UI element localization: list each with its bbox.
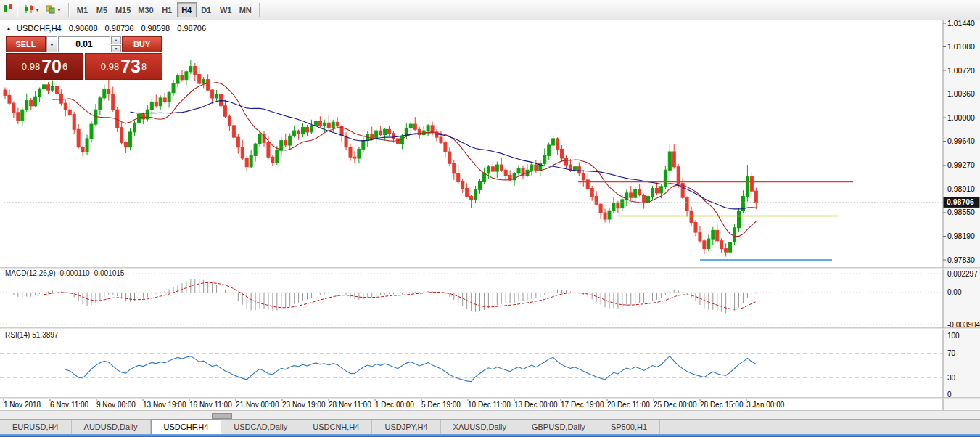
candle-body (17, 113, 20, 121)
price-badge-text: 0.98706 (947, 197, 974, 206)
timeframe-button-M5[interactable]: M5 (92, 2, 112, 17)
chart-tab-USDCNH,H4[interactable]: USDCNH,H4 (300, 420, 372, 434)
candle-body (168, 93, 170, 102)
ohlc-open: 0.98608 (69, 24, 98, 33)
time-axis-label: 9 Nov 00:00 (96, 401, 136, 409)
app-icon (3, 4, 13, 17)
chart-type-button[interactable]: ▼ (21, 2, 43, 18)
candle-body (608, 211, 611, 219)
candle-body (47, 85, 50, 90)
timeframe-button-H1[interactable]: H1 (157, 2, 177, 17)
candle-body (431, 126, 434, 132)
price-scale-label: 0.98190 (947, 232, 975, 240)
candle-body (4, 90, 7, 95)
candle-body (245, 158, 248, 167)
candle-body (651, 189, 654, 197)
candle-body (125, 142, 128, 147)
chevron-down-icon: ▼ (35, 7, 40, 12)
candle-body (482, 173, 485, 182)
candle-body (332, 122, 334, 127)
candle-body (595, 196, 598, 204)
candle-body (729, 242, 732, 253)
buy-button[interactable]: BUY (122, 36, 162, 52)
candle-body (672, 152, 675, 167)
price-scale-label: 1.00720 (947, 66, 975, 75)
one-click-toggle-icon[interactable]: ▲ (6, 25, 12, 32)
candle-body (552, 139, 555, 145)
candle-body (375, 131, 378, 139)
timeframe-button-M30[interactable]: M30 (134, 2, 157, 17)
price-scale-label: 0.99640 (947, 136, 975, 145)
candle-body (254, 144, 257, 155)
volume-up-button[interactable]: ▲ (111, 36, 121, 44)
chart-tab-SP500,H1[interactable]: SP500,H1 (598, 420, 660, 434)
candle-body (556, 139, 559, 149)
timeframe-button-MN[interactable]: MN (236, 2, 255, 17)
candle-body (733, 228, 736, 242)
candle-body (725, 249, 728, 253)
timeframe-button-M15[interactable]: M15 (112, 2, 134, 17)
volume-input[interactable] (58, 36, 110, 52)
buy-price-display[interactable]: 0.98738 (85, 53, 162, 80)
time-axis-label: 21 Nov 00:00 (236, 401, 279, 409)
buy-price-pipette: 8 (141, 61, 147, 72)
candle-body (133, 123, 136, 132)
sell-price-pipette: 6 (62, 61, 67, 72)
candle-body (707, 239, 710, 249)
candle-body (582, 173, 585, 180)
chart-tab-USDCAD,Daily[interactable]: USDCAD,Daily (221, 420, 300, 434)
sell-price-display[interactable]: 0.98706 (6, 53, 83, 80)
toolbar: ▼ ▼ M1M5M15M30H1H4D1W1MN (0, 0, 980, 20)
candle-body (150, 102, 153, 110)
volume-down-button[interactable]: ▼ (111, 45, 121, 53)
candle-body (716, 230, 719, 240)
candle-body (271, 157, 274, 162)
candle-body (116, 110, 119, 127)
candle-body (586, 180, 589, 189)
chart-tab-USDJPY,H4[interactable]: USDJPY,H4 (372, 420, 440, 434)
ohlc-low: 0.98598 (141, 24, 170, 33)
chart-scrollbar (0, 410, 980, 419)
candle-body (638, 189, 641, 195)
candle-body (362, 141, 365, 150)
ohlc-close: 0.98706 (177, 24, 206, 33)
indicators-button[interactable]: ▼ (43, 2, 65, 18)
timeframe-button-W1[interactable]: W1 (216, 2, 236, 17)
timeframe-button-D1[interactable]: D1 (197, 2, 216, 17)
time-axis-label: 13 Dec 00:00 (514, 401, 558, 409)
timeframe-button-M1[interactable]: M1 (73, 2, 92, 17)
candle-body (159, 98, 162, 106)
candle-body (750, 176, 753, 191)
candle-body (548, 145, 551, 155)
volume-dropdown-button[interactable]: ▼ (46, 36, 57, 52)
candle-body (236, 137, 239, 147)
candle-body (659, 187, 662, 193)
macd-scale-label: 0.00 (947, 288, 962, 296)
candle-body (310, 126, 313, 132)
timeframe-button-H4[interactable]: H4 (177, 2, 197, 17)
candle-body (284, 141, 287, 145)
time-axis-label: 6 Nov 11:00 (50, 401, 89, 409)
candle-body (64, 103, 67, 110)
chart-tab-EURUSD,H4[interactable]: EURUSD,H4 (0, 420, 72, 434)
candle-body (202, 80, 205, 83)
candle-body (720, 241, 723, 249)
candle-body (194, 67, 197, 75)
time-axis-label: 16 Nov 11:00 (189, 401, 232, 409)
chart-tab-GBPUSD,Daily[interactable]: GBPUSD,Daily (519, 420, 598, 434)
sell-button[interactable]: SELL (6, 36, 46, 52)
ohlc-high: 0.98736 (105, 24, 134, 33)
candle-body (668, 152, 671, 170)
indicators-icon (46, 4, 55, 16)
scrollbar-thumb[interactable] (212, 413, 232, 419)
one-click-trading-panel: SELL ▼ ▲ ▼ BUY 0.98706 0.98738 (6, 36, 162, 80)
candle-body (223, 106, 226, 116)
candle-body (103, 89, 106, 98)
chart-tab-USDCHF,H4[interactable]: USDCHF,H4 (151, 419, 222, 434)
candle-body (38, 89, 41, 97)
time-axis-label: 28 Dec 15:00 (700, 401, 744, 409)
chart-tab-XAUUSD,Daily[interactable]: XAUUSD,Daily (441, 420, 519, 434)
chart-tab-AUDUSD,Daily[interactable]: AUDUSD,Daily (72, 420, 151, 434)
candle-body (293, 131, 296, 136)
candle-body (25, 101, 28, 110)
